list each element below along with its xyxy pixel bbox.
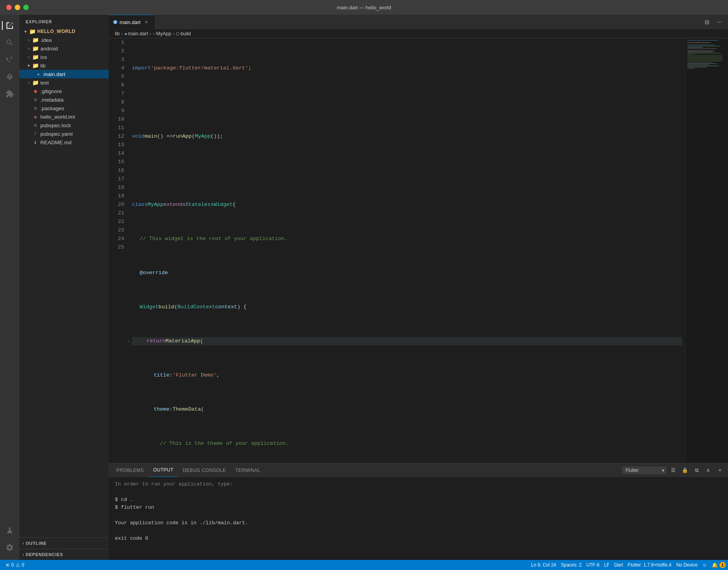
tree-item-test[interactable]: › 📁 test — [19, 78, 109, 87]
breadcrumb-lib[interactable]: lib — [115, 31, 120, 36]
root-folder-icon: 📁 — [29, 28, 36, 35]
dependencies-arrow: › — [23, 553, 24, 557]
tree-item-packages[interactable]: ≡ .packages — [19, 104, 109, 112]
panel-tab-bar: PROBLEMS OUTPUT DEBUG CONSOLE TERMINAL F… — [109, 463, 728, 477]
warning-icon: ⚠ — [16, 562, 20, 568]
more-actions-button[interactable]: ⋯ — [714, 17, 725, 28]
breadcrumb-sep-2: › — [149, 31, 151, 36]
tree-item-metadata[interactable]: ≡ .metadata — [19, 95, 109, 104]
status-flutter[interactable]: Flutter: 1.7.8+hotfix.4 — [625, 562, 674, 568]
tab-debug-console[interactable]: DEBUG CONSOLE — [178, 463, 231, 477]
status-position[interactable]: Ln 9, Col 24 — [529, 562, 559, 568]
pubspec-yaml-icon: ! — [32, 130, 39, 137]
code-line-1: import 'package:flutter/material.dart'; — [132, 64, 682, 73]
status-language[interactable]: Dart — [612, 562, 626, 568]
tree-item-pubspec-yaml[interactable]: ! pubspec.yaml — [19, 130, 109, 138]
dependencies-header[interactable]: › DEPENDENCIES — [19, 551, 109, 558]
close-button[interactable] — [6, 5, 12, 10]
ios-folder-icon: 📁 — [32, 54, 39, 60]
error-icon: ✕ — [5, 562, 10, 568]
code-editor[interactable]: 12345 678910 1112131415 1617181920 21222… — [109, 38, 685, 463]
code-line-9: ⬤ return MaterialApp( — [132, 337, 682, 345]
code-content[interactable]: import 'package:flutter/material.dart'; … — [129, 38, 685, 463]
tree-root[interactable]: ▾ 📁 HELLO_WORLD — [19, 27, 109, 36]
metadata-label: .metadata — [40, 97, 109, 103]
minimize-button[interactable] — [15, 5, 20, 10]
panel: PROBLEMS OUTPUT DEBUG CONSOLE TERMINAL F… — [109, 463, 728, 560]
panel-source-select-wrapper[interactable]: Flutter Dart Extension Host — [622, 466, 667, 474]
code-line-12: // This is the theme of your application… — [132, 439, 682, 448]
panel-output-line-2 — [115, 488, 722, 496]
tree-item-ios[interactable]: › 📁 ios — [19, 53, 109, 61]
split-editor-button[interactable]: ⊟ — [702, 17, 712, 28]
activity-testing[interactable] — [2, 523, 17, 538]
tree-item-pubspec-lock[interactable]: ≡ pubspec.lock — [19, 121, 109, 130]
tree-item-gitignore[interactable]: ◆ .gitignore — [19, 87, 109, 95]
panel-lock-button[interactable]: 🔒 — [680, 465, 690, 475]
code-line-4 — [132, 166, 682, 175]
code-line-10: title: 'Flutter Demo', — [132, 371, 682, 380]
metadata-icon: ≡ — [32, 96, 39, 103]
tree-item-idea[interactable]: › 📁 .idea — [19, 36, 109, 44]
status-bell[interactable]: 🔔 1 — [709, 562, 728, 568]
tree-item-lib[interactable]: ▾ 📁 lib — [19, 61, 109, 70]
spaces-text: Spaces: 2 — [561, 562, 581, 568]
activity-explorer[interactable] — [2, 18, 17, 33]
outline-section: › OUTLINE — [19, 537, 109, 549]
status-bar: ✕ 0 ⚠ 0 Ln 9, Col 24 Spaces: 2 UTF-8 LF … — [0, 560, 728, 570]
panel-clear-button[interactable]: ☰ — [668, 465, 678, 475]
status-no-device[interactable]: No Device — [674, 562, 700, 568]
gitignore-label: .gitignore — [40, 88, 109, 94]
android-arrow: › — [26, 46, 32, 51]
panel-output-line-1: In order to run your application, type: — [115, 480, 722, 488]
activity-search[interactable] — [2, 35, 17, 50]
traffic-lights — [6, 5, 29, 10]
activity-bar-bottom — [2, 523, 17, 560]
tab-main-dart[interactable]: main.dart × — [109, 15, 155, 29]
panel-source-select[interactable]: Flutter Dart Extension Host — [622, 466, 667, 474]
status-spaces[interactable]: Spaces: 2 — [558, 562, 584, 568]
maximize-button[interactable] — [23, 5, 29, 10]
tab-problems[interactable]: PROBLEMS — [112, 463, 149, 477]
tree-item-android[interactable]: › 📁 android — [19, 44, 109, 53]
tab-close-button[interactable]: × — [143, 19, 150, 26]
root-arrow: ▾ — [23, 29, 29, 34]
panel-collapse-up-button[interactable]: ∧ — [703, 465, 713, 475]
panel-output: In order to run your application, type: … — [109, 477, 728, 560]
code-line-2 — [132, 98, 682, 107]
dependencies-section: › DEPENDENCIES — [19, 549, 109, 560]
status-smiley[interactable]: ☺ — [700, 562, 709, 568]
minimap — [685, 38, 728, 463]
breadcrumb-class[interactable]: ○MyApp — [153, 31, 172, 36]
status-encoding[interactable]: UTF-8 — [584, 562, 602, 568]
ios-label: ios — [40, 54, 109, 60]
pubspec-lock-icon: ≡ — [32, 122, 39, 129]
lib-arrow: ▾ — [26, 63, 32, 68]
activity-debug[interactable] — [2, 69, 17, 85]
tree-item-readme[interactable]: ℹ README.md — [19, 138, 109, 147]
activity-extensions[interactable] — [2, 86, 17, 102]
panel-output-line-7 — [115, 527, 722, 535]
status-errors[interactable]: ✕ 0 ⚠ 0 — [3, 562, 26, 568]
breadcrumb-method[interactable]: ⬡build — [176, 31, 191, 36]
tab-terminal[interactable]: TERMINAL — [231, 463, 265, 477]
panel-output-line-5 — [115, 511, 722, 519]
code-line-5: class MyApp extends StatelessWidget { — [132, 200, 682, 209]
activity-settings[interactable] — [2, 540, 17, 555]
code-line-11: theme: ThemeData( — [132, 405, 682, 414]
code-area: 12345 678910 1112131415 1617181920 21222… — [109, 38, 728, 463]
status-line-ending[interactable]: LF — [602, 562, 612, 568]
packages-icon: ≡ — [32, 105, 39, 112]
warning-count: 0 — [22, 562, 24, 568]
panel-copy-button[interactable]: ⧉ — [692, 465, 702, 475]
language-text: Dart — [614, 562, 623, 568]
android-label: android — [40, 46, 109, 52]
breadcrumb-file[interactable]: ●main.dart — [125, 31, 148, 36]
tab-output[interactable]: OUTPUT — [149, 463, 178, 477]
tree-item-main-dart[interactable]: ● main.dart — [19, 70, 109, 78]
panel-close-button[interactable]: × — [715, 465, 725, 475]
tree-item-iml[interactable]: ◈ hello_world.iml — [19, 112, 109, 121]
outline-header[interactable]: › OUTLINE — [19, 539, 109, 547]
tab-actions: ⊟ ⋯ — [702, 15, 728, 29]
activity-source-control[interactable] — [2, 52, 17, 67]
